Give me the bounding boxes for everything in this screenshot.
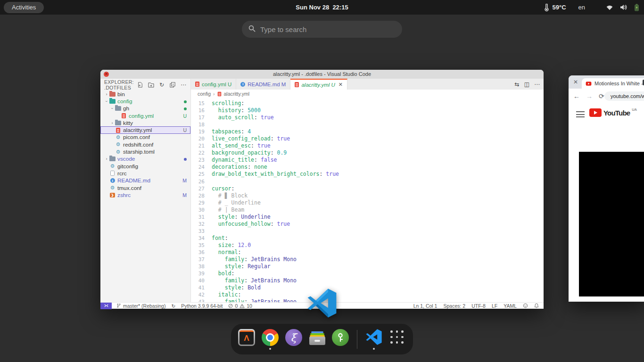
tree-item-config[interactable]: ›config [100,98,190,105]
code-line-35[interactable]: 35 size: 12.0 [191,242,544,249]
code-line-42[interactable]: 42 italic: [191,291,544,298]
code-line-36[interactable]: 36 normal: [191,249,544,256]
tree-item-vscode[interactable]: ›vscode [100,156,190,163]
tree-item-zshrc[interactable]: ❯zshrcM [100,191,190,198]
open-changes-icon[interactable]: ⇆ [515,81,520,88]
tab-close-icon[interactable]: ✕ [339,82,343,88]
dock-item-files[interactable] [308,328,326,350]
indentation-status[interactable]: Spaces: 2 [443,303,465,309]
back-icon[interactable]: ← [573,93,580,99]
sync-icon[interactable]: ↻ [171,303,175,309]
vscode-titlebar[interactable]: ✕ alacritty.yml - .dotfiles - Visual Stu… [100,70,544,79]
remote-indicator[interactable] [100,303,112,309]
search-input[interactable] [260,25,392,33]
editor-tab-config-yml[interactable]: config.yml U [191,79,236,90]
code-line-25[interactable]: 25draw_bold_text_with_bright_colors: tru… [191,171,544,178]
code-line-43[interactable]: 43 family: JetBrains Mono [191,298,544,302]
tree-item-picom-conf[interactable]: ⚙picom.conf [100,134,190,141]
tree-item-config-yml[interactable]: config.ymlU [100,112,190,119]
temperature-indicator[interactable]: 59°C [552,4,566,11]
problems-status[interactable]: 0 10 [228,303,252,309]
folder-icon [109,99,116,104]
dock-item-vscode[interactable] [365,328,383,350]
volume-icon[interactable] [620,4,627,10]
battery-icon[interactable] [634,4,639,11]
git-branch-status[interactable]: master* (Rebasing) [116,303,165,309]
reload-icon[interactable]: ⟳ [599,93,604,99]
breadcrumb-file[interactable]: alacritty.yml [224,91,250,97]
dock-item-keepassxc[interactable] [331,328,349,350]
code-line-24[interactable]: 24decorations: none [191,164,544,171]
dock-item-app-grid[interactable] [388,328,406,350]
code-line-18[interactable]: 18 [191,121,544,128]
search-bar[interactable] [242,21,402,38]
code-line-23[interactable]: 23dynamic_title: false [191,156,544,164]
code-line-40[interactable]: 40 family: JetBrains Mono [191,277,544,284]
youtube-logo[interactable]: YouTube UA [589,108,637,117]
dock-item-emacs[interactable]: ξ [285,328,303,350]
more-actions-icon[interactable]: ⋯ [180,82,187,88]
code-line-29[interactable]: 29 # _ Underline [191,199,544,206]
code-line-21[interactable]: 21alt_send_esc: true [191,142,544,149]
dock-item-alacritty[interactable]: Λ [238,328,256,350]
notifications-bell-icon[interactable] [534,303,539,308]
refresh-icon[interactable]: ↻ [158,82,165,88]
code-line-22[interactable]: 22background_opacity: 0.9 [191,149,544,156]
tree-item-tmux-conf[interactable]: ⚙tmux.conf [100,184,190,191]
code-line-31[interactable]: 31 style: Underline [191,214,544,221]
menu-hamburger-icon[interactable] [576,111,585,117]
code-line-34[interactable]: 34font: [191,235,544,242]
wifi-icon[interactable] [606,5,613,10]
new-folder-icon[interactable] [148,82,154,88]
code-line-16[interactable]: 16 history: 5000 [191,107,544,114]
split-editor-icon[interactable]: ◫ [524,81,529,88]
new-file-icon[interactable] [137,82,143,88]
code-line-26[interactable]: 26 [191,178,544,185]
tab-title: Motionless In White - / [594,81,644,86]
keyboard-layout-indicator[interactable]: en [578,4,585,11]
code-editor[interactable]: 15scrolling:16 history: 500017 auto_scro… [191,98,544,302]
python-interpreter-status[interactable]: Python 3.9.9 64-bit [181,303,223,309]
tree-item-bin[interactable]: ›bin [100,90,190,98]
encoding-status[interactable]: UTF-8 [471,303,486,309]
tree-item-README-md[interactable]: iREADME.mdM [100,177,190,184]
code-line-37[interactable]: 37 family: JetBrains Mono [191,256,544,263]
tab-close-icon[interactable]: ✕ [573,79,578,85]
chrome-active-tab[interactable]: Motionless In White - / [582,78,644,89]
code-line-28[interactable]: 28 # ▋ Block [191,192,544,199]
tree-item-rcrc[interactable]: rcrc [100,170,190,177]
code-line-27[interactable]: 27cursor: [191,185,544,192]
tree-item-redshift-conf[interactable]: ⚙redshift.conf [100,141,190,148]
collapse-folders-icon[interactable] [169,82,176,88]
tree-item-kitty[interactable]: ›kitty [100,119,190,126]
code-line-17[interactable]: 17 auto_scroll: true [191,114,544,121]
git-status-badge: M [182,192,187,198]
tree-item-gh[interactable]: ›gh [100,105,190,112]
address-bar[interactable]: youtube.com/wa [604,91,644,101]
code-line-33[interactable]: 33 [191,228,544,235]
code-line-41[interactable]: 41 style: Bold [191,284,544,291]
video-player[interactable] [579,152,644,296]
code-line-32[interactable]: 32 unfocused_hollow: true [191,221,544,228]
code-line-30[interactable]: 30 # | Beam [191,206,544,214]
tree-item-starship-toml[interactable]: ⚙starship.toml [100,148,190,155]
clock[interactable]: Sun Nov 28 22:15 [296,0,348,15]
eol-status[interactable]: LF [492,303,497,309]
tree-item-gitconfig[interactable]: ⚙gitconfig [100,163,190,170]
feedback-icon[interactable] [523,303,528,308]
forward-icon[interactable]: → [586,93,593,99]
breadcrumb-folder[interactable]: config [198,91,211,97]
code-line-15[interactable]: 15scrolling: [191,100,544,107]
editor-tab-README-md[interactable]: iREADME.md M [236,79,290,90]
activities-button[interactable]: Activities [4,2,44,13]
code-line-19[interactable]: 19tabspaces: 4 [191,128,544,135]
code-line-38[interactable]: 38 style: Regular [191,263,544,270]
cursor-position-status[interactable]: Ln 1, Col 1 [413,303,438,309]
editor-tab-alacritty-yml[interactable]: alacritty.yml U✕ [290,79,347,90]
code-line-39[interactable]: 39 bold: [191,270,544,277]
editor-more-actions-icon[interactable]: ⋯ [534,81,540,88]
dock-item-chrome[interactable] [261,328,279,350]
language-mode-status[interactable]: YAML [504,303,517,309]
tree-item-alacritty-yml[interactable]: alacritty.ymlU [100,126,190,133]
code-line-20[interactable]: 20live_config_reload: true [191,135,544,142]
